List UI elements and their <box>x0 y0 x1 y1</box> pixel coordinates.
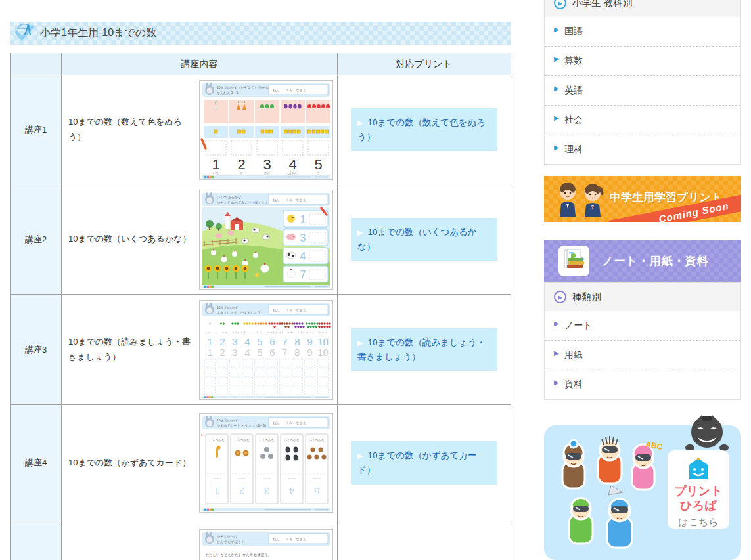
triangle-bullet-icon: ▶ <box>554 114 559 121</box>
triangle-bullet-icon: ▶ <box>554 55 559 62</box>
svg-text:かんたん 1～5: かんたん 1～5 <box>217 91 239 95</box>
villain-character-icon <box>683 412 731 453</box>
table-row: 講座1 10までの数（数えて色をぬろう） 10までのかず（かぞえて いろを ぬろ… <box>11 75 511 184</box>
course-description: 10までの数（かずあてカード） <box>68 456 195 470</box>
svg-text:ねん くみ なまえ: ねん くみ なまえ <box>273 537 306 542</box>
svg-text:4: 4 <box>288 156 296 173</box>
course-label: 講座4 <box>11 405 62 521</box>
notes-banner-title: ノート・用紙・資料 <box>602 253 709 269</box>
svg-text:3: 3 <box>263 156 271 173</box>
sidebar-section-subjects: ▶ 小学生 教科別 ▶国語 ▶算数 ▶英語 ▶社会 ▶理科 <box>544 0 741 165</box>
math-tools-icon <box>15 24 35 43</box>
print-hiroba-promo[interactable]: ABC プリントひろば はこちら <box>544 425 741 560</box>
svg-text:5: 5 <box>257 347 262 358</box>
triangle-bullet-icon: ▶ <box>554 26 559 33</box>
svg-text:いくつかな: いくつかな <box>259 439 274 442</box>
svg-text:9: 9 <box>307 347 312 358</box>
svg-text:ご: ご <box>317 171 320 174</box>
svg-text:かぞえかたの: かぞえかたの <box>217 534 237 539</box>
svg-text:4: 4 <box>289 486 294 497</box>
print-link[interactable]: ▶10までの数（数えて色をぬろう） <box>351 108 497 151</box>
svg-text:し(よん): し(よん) <box>287 171 299 174</box>
header-course <box>11 53 62 75</box>
triangle-bullet-icon: ▶ <box>554 379 559 386</box>
table-row: 講座2 10までの数（いくつあるかな） いくつ あるかな かぞえて ぬってみよう… <box>11 184 511 295</box>
table-row: 講座4 10までの数（かずあてカード） 10までの かず かずあてカード どうぶ… <box>11 405 511 521</box>
svg-text:5: 5 <box>257 336 262 347</box>
subjects-section-header: ▶ 小学生 教科別 <box>545 0 740 17</box>
print-link[interactable]: ▶10までの数（読みましょう・書きましょう） <box>351 328 497 371</box>
svg-text:10までの かず: 10までの かず <box>217 418 239 423</box>
triangle-bullet-icon: ▶ <box>357 228 363 236</box>
svg-text:いくつかな: いくつかな <box>209 439 224 442</box>
hero-characters-illustration: ABC <box>548 431 666 555</box>
triangle-bullet-icon: ▶ <box>554 349 559 356</box>
types-section-header: ▶ 種類別 <box>545 283 740 311</box>
svg-text:6: 6 <box>269 336 275 347</box>
svg-text:いち に さん し(よん) ご ろく しち(なな) はち く: いち に さん し(よん) ご ろく しち(なな) はち く(きゅう) じゅう <box>205 330 327 333</box>
svg-text:かずあてカード どうぶつ（1～5）: かずあてカード どうぶつ（1～5） <box>217 423 268 428</box>
print-hiroba-card[interactable]: プリントひろば はこちら <box>668 450 729 529</box>
svg-text:7: 7 <box>300 269 306 280</box>
course-description: 10までの数（数えて色をぬろう） <box>68 115 195 144</box>
svg-text:1: 1 <box>207 347 212 358</box>
jhs-print-banner[interactable]: 中学生用学習プリント Coming Soon <box>544 176 741 222</box>
svg-text:5: 5 <box>314 486 319 497</box>
header-print: 対応プリント <box>338 53 511 75</box>
svg-text:10までの かず: 10までの かず <box>217 305 239 310</box>
svg-text:1: 1 <box>207 336 212 347</box>
print-link[interactable]: ▶10までの数（かずあてカード） <box>351 441 497 484</box>
triangle-bullet-icon: ▶ <box>357 452 363 460</box>
svg-text:3: 3 <box>300 232 306 244</box>
course-label: 講座2 <box>11 184 62 295</box>
print-link[interactable]: ▶10までの数（いくつあるかな） <box>351 218 497 261</box>
worksheet-thumbnail-1: 10までのかず（かぞえて いろを ぬろう） かんたん 1～5 ねん くみ なまえ <box>199 80 333 180</box>
svg-text:いくつ あるかな: いくつ あるかな <box>217 195 241 200</box>
svg-text:に: に <box>240 171 243 174</box>
svg-text:3: 3 <box>264 486 269 497</box>
worksheet-thumbnail-5: かぞえかたの せんで むすぼう！ ねん くみ なまえ ただしい かぞえかたを せ… <box>199 529 333 560</box>
svg-text:4: 4 <box>244 347 250 358</box>
printhiroba-house-icon <box>686 457 711 481</box>
sidebar-item-paper[interactable]: ▶用紙 <box>545 340 740 370</box>
worksheet-thumbnail-4: 10までの かず かずあてカード どうぶつ（1～5） ねん くみ なまえ ✂ い… <box>199 413 333 513</box>
sidebar-item-eigo[interactable]: ▶英語 <box>545 75 740 105</box>
svg-text:かぞえて ぬってみよう（ぼくじょう）: かぞえて ぬってみよう（ぼくじょう） <box>217 200 275 205</box>
svg-text:3: 3 <box>232 336 237 347</box>
notes-banner[interactable]: ノート・用紙・資料 <box>544 240 741 282</box>
svg-text:ただしい かぞえかたを せんで むすぼう。: ただしい かぞえかたを せんで むすぼう。 <box>206 553 271 557</box>
svg-text:いち: いち <box>213 171 219 174</box>
course-table: 講座内容 対応プリント 講座1 10までの数（数えて色をぬろう） 10までのかず… <box>10 53 511 560</box>
page-title: 小学1年生用-10までの数 <box>40 26 156 40</box>
svg-text:ねん くみ なまえ: ねん くみ なまえ <box>273 198 306 202</box>
sidebar-item-note[interactable]: ▶ノート <box>545 311 740 340</box>
course-description: 10までの数（読みましょう・書きましょう） <box>68 335 195 364</box>
main-content: 小学1年生用-10までの数 講座内容 対応プリント 講座1 10までの数（数えて… <box>10 22 511 560</box>
svg-text:8: 8 <box>294 347 300 358</box>
sidebar-item-sansu[interactable]: ▶算数 <box>545 46 740 75</box>
svg-text:せんで むすぼう！: せんで むすぼう！ <box>217 540 244 544</box>
promo-title: プリントひろば <box>674 485 723 513</box>
svg-text:2: 2 <box>237 156 245 173</box>
svg-text:10: 10 <box>317 347 329 358</box>
sidebar-item-material[interactable]: ▶資料 <box>545 370 740 399</box>
svg-text:さん: さん <box>264 171 271 174</box>
triangle-bullet-icon: ▶ <box>357 339 363 347</box>
sidebar-item-kokugo[interactable]: ▶国語 <box>545 17 740 46</box>
circle-play-icon: ▶ <box>554 0 566 9</box>
svg-text:よみましょう、かきましょう: よみましょう、かきましょう <box>217 311 260 314</box>
svg-text:5: 5 <box>314 156 322 173</box>
svg-text:ねん くみ なまえ: ねん くみ なまえ <box>273 421 306 425</box>
students-illustration <box>556 181 606 217</box>
svg-text:2: 2 <box>219 347 225 358</box>
svg-text:3: 3 <box>232 347 237 358</box>
course-label <box>11 521 62 560</box>
sidebar-item-rika[interactable]: ▶理科 <box>545 135 740 164</box>
triangle-bullet-icon: ▶ <box>554 320 559 327</box>
worksheet-thumbnail-3: 10までの かず よみましょう、かきましょう ねん くみ なまえ <box>199 300 333 400</box>
svg-text:1: 1 <box>212 156 219 173</box>
svg-text:1: 1 <box>300 214 306 225</box>
worksheet-thumbnail-2: いくつ あるかな かぞえて ぬってみよう（ぼくじょう） ねん くみ なまえ <box>199 190 333 290</box>
svg-text:9: 9 <box>307 336 312 347</box>
sidebar-item-shakai[interactable]: ▶社会 <box>545 105 740 135</box>
